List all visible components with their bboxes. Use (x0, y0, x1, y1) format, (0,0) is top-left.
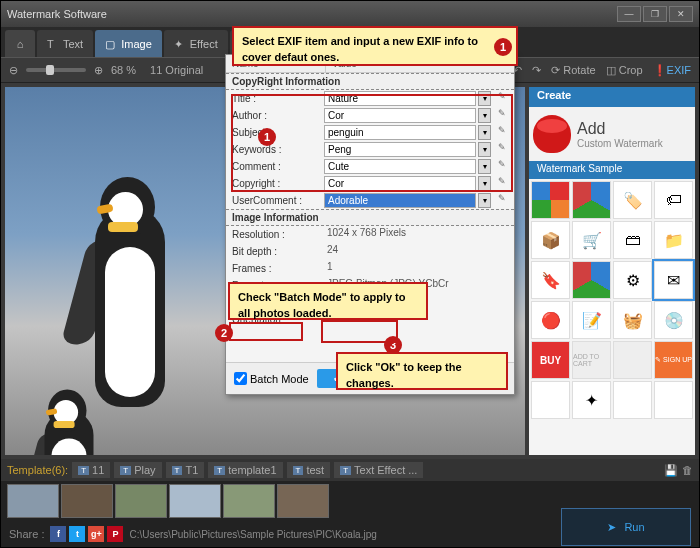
sample-grid: 🏷️ 🏷 📦 🛒 🗃 📁 🔖 ⚙ ✉ 🔴 📝 🧺 💿 BUY ADD TO CA… (529, 179, 695, 455)
edit-icon[interactable]: ✎ (495, 193, 508, 208)
thumbnail[interactable] (223, 484, 275, 518)
sample-star-icon[interactable]: ✦ (572, 381, 611, 419)
sample-chart-icon[interactable] (531, 181, 570, 219)
field-label: Bit depth : (232, 246, 322, 257)
thumbnail[interactable] (7, 484, 59, 518)
sample-note-icon[interactable]: 📝 (572, 301, 611, 339)
googleplus-icon[interactable]: g+ (88, 526, 104, 542)
dropdown-icon[interactable]: ▾ (478, 125, 491, 140)
edit-icon[interactable]: ✎ (495, 108, 508, 123)
bitdepth-value: 24 (324, 244, 508, 259)
thumbnail[interactable] (277, 484, 329, 518)
dropdown-icon[interactable]: ▾ (478, 193, 491, 208)
field-label: Comment : (232, 161, 322, 172)
sample-lock-icon[interactable]: 📁 (654, 221, 693, 259)
edit-icon[interactable]: ✎ (495, 91, 508, 106)
template-item-0[interactable]: T11 (72, 462, 110, 478)
app-title: Watermark Software (7, 8, 107, 20)
sample-disk-icon[interactable]: 💿 (654, 301, 693, 339)
dropdown-icon[interactable]: ▾ (478, 108, 491, 123)
section-image: Image Information (226, 209, 514, 226)
template-item-4[interactable]: Ttest (287, 462, 331, 478)
subject-input[interactable] (324, 125, 476, 140)
save-template-icon[interactable]: 💾 (664, 464, 678, 477)
templates-bar: Template(6): T11 TPlay TT1 Ttemplate1 Tt… (1, 459, 699, 481)
pinterest-icon[interactable]: P (107, 526, 123, 542)
twitter-icon[interactable]: t (69, 526, 85, 542)
create-header: Create (529, 87, 695, 107)
delete-template-icon[interactable]: 🗑 (682, 464, 693, 477)
text-tab[interactable]: TText (37, 30, 93, 57)
comment-input[interactable] (324, 159, 476, 174)
zoom-in-icon[interactable]: ⊕ (94, 64, 103, 77)
maximize-button[interactable]: ❐ (643, 6, 667, 22)
usercomment-input[interactable] (324, 193, 476, 208)
sample-promo-icon[interactable] (613, 341, 652, 379)
facebook-icon[interactable]: f (50, 526, 66, 542)
sample-addcart-icon[interactable]: ADD TO CART (572, 341, 611, 379)
edit-icon[interactable]: ✎ (495, 142, 508, 157)
sample-buy-icon[interactable]: BUY (531, 341, 570, 379)
effect-tab[interactable]: ✦Effect (164, 30, 228, 57)
sample-basket-icon[interactable]: 🧺 (613, 301, 652, 339)
crop-button[interactable]: ◫ Crop (606, 64, 643, 77)
original-label[interactable]: 11 Original (150, 64, 203, 76)
close-button[interactable]: ✕ (669, 6, 693, 22)
stamp-icon (533, 115, 571, 153)
rotate-button[interactable]: ⟳ Rotate (551, 64, 595, 77)
run-icon: ➤ (607, 521, 616, 534)
title-bar: Watermark Software ― ❐ ✕ (1, 1, 699, 27)
sample-gear-icon[interactable]: ⚙ (613, 261, 652, 299)
image-tab[interactable]: ▢Image (95, 30, 162, 57)
preview-image-2 (24, 390, 87, 456)
sample-mail-icon[interactable]: ✉ (654, 261, 693, 299)
author-input[interactable] (324, 108, 476, 123)
dropdown-icon[interactable]: ▾ (478, 91, 491, 106)
num-1-icon: 1 (258, 128, 276, 146)
edit-icon[interactable]: ✎ (495, 176, 508, 191)
sample-pie-icon[interactable] (572, 181, 611, 219)
redo-icon[interactable]: ↷ (532, 64, 541, 77)
sample-blank-1[interactable] (531, 381, 570, 419)
dropdown-icon[interactable]: ▾ (478, 142, 491, 157)
sample-sale-icon[interactable]: 🔴 (531, 301, 570, 339)
dropdown-icon[interactable]: ▾ (478, 159, 491, 174)
edit-icon[interactable]: ✎ (495, 159, 508, 174)
minimize-button[interactable]: ― (617, 6, 641, 22)
keywords-input[interactable] (324, 142, 476, 157)
sample-stack-icon[interactable]: 🗃 (613, 221, 652, 259)
template-item-5[interactable]: TText Effect ... (334, 462, 423, 478)
run-button[interactable]: ➤Run (561, 508, 691, 546)
thumbnail[interactable] (61, 484, 113, 518)
zoom-slider[interactable] (26, 68, 86, 72)
template-item-2[interactable]: TT1 (166, 462, 205, 478)
home-tab[interactable]: ⌂ (5, 30, 35, 57)
num-2-icon: 2 (215, 324, 233, 342)
add-watermark-button[interactable]: AddCustom Watermark (529, 107, 695, 161)
sample-blank-2[interactable] (613, 381, 652, 419)
sample-signup-icon[interactable]: ✎ SIGN UP (654, 341, 693, 379)
template-item-1[interactable]: TPlay (114, 462, 161, 478)
batch-mode-checkbox[interactable]: Batch Mode (234, 372, 309, 385)
thumbnail[interactable] (115, 484, 167, 518)
exif-button[interactable]: ❗EXIF (653, 64, 691, 77)
zoom-out-icon[interactable]: ⊖ (9, 64, 18, 77)
sample-box-icon[interactable]: 📦 (531, 221, 570, 259)
sample-blank-3[interactable] (654, 381, 693, 419)
effect-icon: ✦ (174, 38, 186, 50)
thumbnail[interactable] (169, 484, 221, 518)
sample-donut-icon[interactable] (572, 261, 611, 299)
field-label: Keywords : (232, 144, 322, 155)
edit-icon[interactable]: ✎ (495, 125, 508, 140)
dropdown-icon[interactable]: ▾ (478, 176, 491, 191)
title-input[interactable] (324, 91, 476, 106)
effect-tab-label: Effect (190, 38, 218, 50)
file-path: C:\Users\Public\Pictures\Sample Pictures… (129, 529, 376, 540)
sample-tags-icon[interactable]: 🏷️ (613, 181, 652, 219)
sample-label-icon[interactable]: 🏷 (654, 181, 693, 219)
copyright-input[interactable] (324, 176, 476, 191)
template-item-3[interactable]: Ttemplate1 (208, 462, 282, 478)
share-label: Share : (9, 528, 44, 540)
sample-pricetag-icon[interactable]: 🔖 (531, 261, 570, 299)
sample-cart-icon[interactable]: 🛒 (572, 221, 611, 259)
